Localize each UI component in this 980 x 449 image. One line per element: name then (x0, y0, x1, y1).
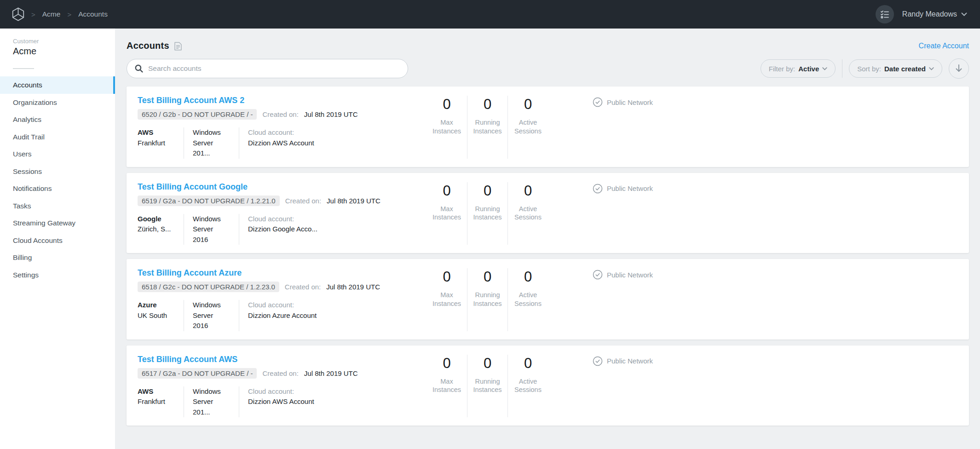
stat-label: Active Sessions (514, 377, 542, 394)
stat-label: Active Sessions (514, 205, 542, 222)
account-stats: 0 Max Instances 0 Running Instances 0 Ac… (427, 355, 548, 418)
cloud-account: Cloud account: Dizzion AWS Account (239, 386, 323, 418)
stat-label: Running Instances (473, 205, 502, 222)
stat-value: 0 (443, 97, 450, 111)
tasks-button[interactable] (876, 5, 894, 23)
stat-label: Max Instances (432, 205, 461, 222)
sidebar-item-settings[interactable]: Settings (0, 266, 115, 284)
sidebar-item-analytics[interactable]: Analytics (0, 111, 115, 128)
operating-system: Windows Server 201... (184, 127, 239, 159)
breadcrumb-customer[interactable]: Acme (42, 10, 61, 18)
account-name-link[interactable]: Test Billing Account Azure (138, 268, 242, 278)
sidebar-item-accounts[interactable]: Accounts (0, 76, 115, 94)
provider-name: AWS (138, 127, 175, 138)
stat-max-instances: 0 Max Instances (427, 182, 467, 245)
cloud-provider: AWS Frankfurt (138, 386, 184, 418)
create-account-button[interactable]: Create Account (919, 42, 969, 50)
provider-name: Google (138, 214, 175, 224)
sidebar-item-sessions[interactable]: Sessions (0, 163, 115, 180)
sidebar-item-notifications[interactable]: Notifications (0, 180, 115, 197)
operating-system: Windows Server 2016 (184, 214, 239, 245)
check-circle-icon (593, 97, 603, 107)
search-box (127, 59, 408, 78)
stat-running-instances: 0 Running Instances (467, 355, 507, 418)
account-card: Test Billing Account AWS 6517 / G2a - DO… (127, 345, 969, 426)
account-card: Test Billing Account Google 6519 / G2a -… (127, 173, 969, 253)
created-on-value: Jul 8th 2019 UTC (304, 369, 358, 377)
sidebar-item-tasks[interactable]: Tasks (0, 197, 115, 215)
chevron-down-icon (822, 67, 827, 70)
sort-dropdown[interactable]: Sort by: Date created (849, 59, 942, 78)
operating-system: Windows Server 201... (184, 386, 239, 418)
cloud-account-label: Cloud account: (248, 214, 317, 224)
operating-system: Windows Server 2016 (184, 300, 239, 331)
search-input[interactable] (148, 64, 400, 73)
stat-active-sessions: 0 Active Sessions (507, 182, 548, 245)
network-label: Public Network (607, 271, 653, 279)
stat-label: Running Instances (473, 118, 502, 135)
sidebar-item-cloud-accounts[interactable]: Cloud Accounts (0, 232, 115, 249)
stat-active-sessions: 0 Active Sessions (507, 96, 548, 159)
provider-name: Azure (138, 300, 175, 311)
sort-label: Sort by: (857, 65, 881, 73)
documentation-icon[interactable] (174, 42, 182, 51)
sidebar-item-audit-trail[interactable]: Audit Trail (0, 128, 115, 146)
cloud-account: Cloud account: Dizzion AWS Account (239, 127, 323, 159)
provider-region: Zürich, S... (138, 224, 175, 235)
sort-value: Date created (884, 65, 926, 73)
sidebar-item-streaming-gateway[interactable]: Streaming Gateway (0, 214, 115, 232)
stat-value: 0 (524, 270, 532, 284)
cloud-account: Cloud account: Dizzion Azure Account (239, 300, 325, 331)
provider-name: AWS (138, 386, 175, 397)
filter-value: Active (798, 65, 819, 73)
sidebar-item-billing[interactable]: Billing (0, 249, 115, 266)
stat-label: Max Instances (432, 291, 461, 308)
check-circle-icon (593, 356, 603, 366)
main-content: Accounts Create Account Filter by: Activ… (115, 29, 980, 449)
breadcrumb: > Acme > Accounts (12, 7, 108, 21)
breadcrumb-page[interactable]: Accounts (78, 10, 108, 18)
stat-value: 0 (484, 356, 491, 370)
account-stats: 0 Max Instances 0 Running Instances 0 Ac… (427, 96, 548, 159)
network-status: Public Network (593, 270, 653, 280)
sidebar-divider (13, 68, 34, 69)
cloud-account-value: Dizzion AWS Account (248, 138, 314, 149)
account-version-badge: 6518 / G2c - DO NOT UPGRADE / 1.2.23.0 (138, 282, 279, 292)
account-name-link[interactable]: Test Billing Account AWS 2 (138, 96, 244, 105)
account-name-link[interactable]: Test Billing Account AWS (138, 355, 237, 364)
sidebar-item-organizations[interactable]: Organizations (0, 94, 115, 111)
customer-label: Customer (13, 38, 115, 45)
app-logo-icon[interactable] (12, 7, 24, 21)
os-line1: Windows (193, 386, 230, 397)
provider-region: Frankfurt (138, 397, 175, 407)
check-circle-icon (593, 270, 603, 280)
chevron-down-icon (961, 12, 967, 16)
filter-dropdown[interactable]: Filter by: Active (761, 59, 836, 78)
stat-label: Running Instances (473, 377, 502, 394)
download-button[interactable] (949, 58, 969, 79)
network-status: Public Network (593, 184, 653, 194)
search-icon (135, 64, 143, 73)
sidebar-item-users[interactable]: Users (0, 145, 115, 163)
navbar-right: Randy Meadows (876, 5, 967, 23)
stat-max-instances: 0 Max Instances (427, 355, 467, 418)
stat-label: Max Instances (432, 118, 461, 135)
account-name-link[interactable]: Test Billing Account Google (138, 182, 248, 192)
cloud-account-value: Dizzion Google Acco... (248, 224, 317, 235)
checklist-icon (880, 10, 889, 19)
os-line1: Windows (193, 127, 230, 138)
user-menu[interactable]: Randy Meadows (902, 10, 967, 18)
stat-active-sessions: 0 Active Sessions (507, 355, 548, 418)
filter-label: Filter by: (769, 65, 796, 73)
controls-divider (842, 59, 842, 78)
created-on-label: Created on: (285, 283, 321, 291)
stat-label: Running Instances (473, 291, 502, 308)
cloud-provider: Azure UK South (138, 300, 184, 331)
stat-label: Active Sessions (514, 291, 542, 308)
stat-value: 0 (484, 97, 491, 111)
stat-label: Max Instances (432, 377, 461, 394)
created-on-value: Jul 8th 2019 UTC (326, 283, 380, 291)
stat-label: Active Sessions (514, 118, 542, 135)
network-status: Public Network (593, 97, 653, 107)
stat-value: 0 (484, 270, 491, 284)
